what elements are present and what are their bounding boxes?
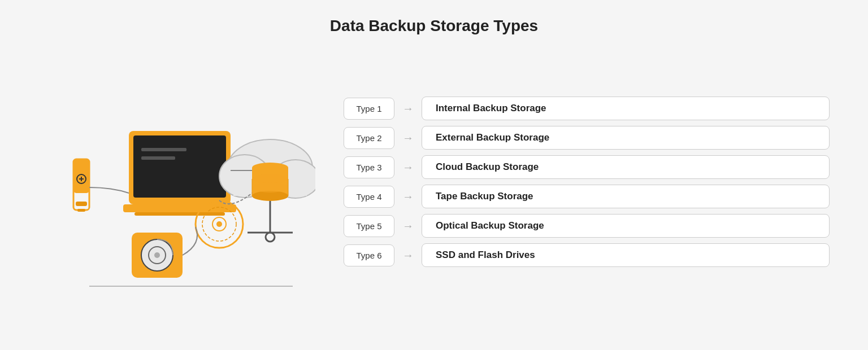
main-content: Type 1→Internal Backup StorageType 2→Ext… (38, 52, 830, 312)
arrow-icon: → (402, 102, 414, 115)
type-label-5: Optical Backup Storage (422, 214, 830, 238)
type-badge-3: Type 3 (344, 156, 394, 178)
svg-rect-1 (73, 159, 89, 193)
type-badge-6: Type 6 (344, 244, 394, 266)
svg-rect-6 (77, 209, 85, 212)
type-badge-2: Type 2 (344, 127, 394, 149)
page-container: Data Backup Storage Types (0, 0, 868, 350)
type-row: Type 4→Tape Backup Storage (344, 185, 830, 208)
svg-point-34 (266, 233, 275, 242)
type-row: Type 6→SSD and Flash Drives (344, 243, 830, 267)
type-label-1: Internal Backup Storage (422, 97, 830, 120)
type-label-3: Cloud Backup Storage (422, 155, 830, 179)
arrow-icon: → (402, 132, 414, 145)
type-label-2: External Backup Storage (422, 126, 830, 150)
arrow-icon: → (402, 220, 414, 233)
svg-rect-9 (141, 148, 186, 151)
types-list: Type 1→Internal Backup StorageType 2→Ext… (344, 97, 830, 267)
svg-rect-11 (123, 204, 236, 212)
arrow-icon: → (402, 249, 414, 262)
type-row: Type 1→Internal Backup Storage (344, 97, 830, 120)
type-row: Type 5→Optical Backup Storage (344, 214, 830, 238)
type-badge-4: Type 4 (344, 186, 394, 208)
type-label-6: SSD and Flash Drives (422, 243, 830, 267)
type-badge-5: Type 5 (344, 215, 394, 237)
type-row: Type 2→External Backup Storage (344, 126, 830, 150)
page-title: Data Backup Storage Types (330, 17, 538, 35)
illustration (38, 52, 321, 312)
type-badge-1: Type 1 (344, 98, 394, 120)
svg-point-16 (154, 252, 160, 258)
svg-rect-10 (141, 156, 175, 160)
svg-point-29 (252, 182, 288, 193)
arrow-icon: → (402, 161, 414, 174)
svg-point-20 (216, 221, 222, 227)
svg-rect-8 (133, 135, 226, 198)
type-label-4: Tape Backup Storage (422, 185, 830, 208)
type-row: Type 3→Cloud Backup Storage (344, 155, 830, 179)
svg-rect-5 (76, 202, 87, 206)
arrow-icon: → (402, 190, 414, 203)
svg-rect-12 (134, 212, 225, 216)
